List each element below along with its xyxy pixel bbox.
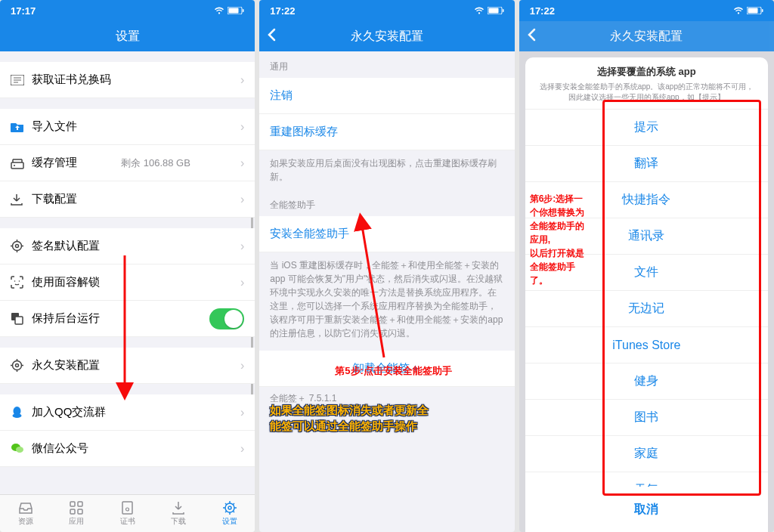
row-label: 导入文件	[32, 119, 77, 134]
wechat-icon	[11, 443, 32, 454]
step6-annotation: 第6步:选择一个你想替换为全能签助手的应用, 以后打开就是全能签助手了。	[530, 192, 590, 287]
svg-rect-28	[488, 8, 498, 13]
download-icon	[11, 193, 32, 206]
chevron-right-icon: ›	[240, 120, 244, 134]
row-label: 注销	[270, 88, 293, 103]
row-rebuild-cache[interactable]: 重建图标缓存	[259, 114, 514, 150]
row-logout[interactable]: 注销	[259, 78, 514, 114]
chevron-right-icon: ›	[240, 193, 244, 206]
toggle-on[interactable]	[209, 308, 244, 329]
svg-point-15	[13, 413, 22, 418]
svg-rect-20	[78, 502, 82, 506]
tab-settings[interactable]: 设置	[204, 495, 255, 532]
section-header: 全能签助手	[259, 190, 514, 216]
row-label: 安装全能签助手	[270, 227, 349, 241]
svg-rect-4	[11, 162, 23, 169]
chevron-right-icon: ›	[240, 240, 244, 253]
row-download[interactable]: 下载配置 ›	[0, 181, 255, 218]
row-label: 加入QQ交流群	[32, 405, 106, 419]
tab-label: 下载	[171, 516, 186, 527]
gear-icon	[11, 359, 32, 372]
tab-download[interactable]: 下载	[153, 495, 203, 532]
tab-resource[interactable]: 资源	[0, 495, 51, 532]
svg-rect-11	[15, 317, 23, 324]
ticket-icon	[11, 75, 32, 85]
tray-icon	[18, 501, 33, 515]
qq-icon	[11, 406, 32, 419]
svg-point-8	[14, 280, 16, 282]
screen-choose-app: 17:22 永久安装配置 选择要覆盖的系统 app 选择要安装全能签助手的系统a…	[519, 0, 774, 532]
row-label: 微信公众号	[32, 441, 88, 456]
svg-rect-21	[70, 509, 75, 514]
tab-label: 应用	[69, 516, 84, 527]
chevron-right-icon: ›	[240, 406, 244, 419]
svg-rect-19	[70, 502, 75, 506]
row-label: 下载配置	[32, 192, 77, 206]
row-label: 永久安装配置	[32, 358, 100, 373]
tab-cert[interactable]: 证书	[102, 495, 153, 532]
tab-bar: 资源 应用 证书 下载 设置	[0, 494, 255, 532]
annotation-arrow	[113, 255, 144, 407]
tab-apps[interactable]: 应用	[51, 495, 101, 532]
screen-perm-install: 17:22 永久安装配置 通用 注销 重建图标缓存 如果安装应用后桌面没有出现图…	[259, 0, 514, 532]
wifi-icon	[733, 5, 744, 17]
row-label: 保持后台运行	[32, 311, 100, 326]
chevron-right-icon: ›	[240, 442, 244, 456]
svg-point-24	[126, 508, 129, 511]
status-bar: 17:22	[259, 0, 514, 21]
gear-icon	[223, 501, 237, 515]
annotation-arrow	[358, 218, 403, 361]
row-import[interactable]: 导入文件 ›	[0, 109, 255, 145]
chevron-right-icon: ›	[240, 156, 244, 170]
row-label: 获取证书兑换码	[32, 73, 111, 87]
svg-point-5	[14, 165, 15, 166]
chevron-right-icon: ›	[240, 276, 244, 289]
svg-rect-33	[762, 9, 763, 12]
screen-settings: 17:17 设置 获取证书兑换码 ›	[0, 0, 255, 532]
battery-icon	[488, 5, 504, 17]
row-label: 使用面容解锁	[32, 275, 100, 289]
cancel-label: 取消	[634, 502, 658, 518]
row-wechat[interactable]: 微信公众号 ›	[0, 431, 255, 467]
row-cache[interactable]: 缓存管理 剩余 106.88 GB ›	[0, 145, 255, 181]
tab-label: 设置	[222, 516, 237, 527]
cache-value: 剩余 106.88 GB	[121, 156, 190, 170]
wifi-icon	[214, 5, 224, 17]
svg-point-17	[16, 447, 23, 453]
page-title: 永久安装配置	[351, 29, 423, 45]
chevron-right-icon: ›	[240, 73, 244, 87]
navbar: 永久安装配置	[519, 21, 774, 51]
tab-label: 证书	[120, 516, 135, 527]
back-icon[interactable]	[527, 28, 536, 45]
battery-icon	[228, 5, 244, 17]
svg-point-12	[13, 361, 22, 370]
page-title: 设置	[116, 29, 140, 45]
navbar: 设置	[0, 21, 255, 51]
highlight-box	[602, 100, 761, 496]
svg-rect-22	[78, 509, 82, 514]
status-bar: 17:22	[519, 0, 774, 21]
download-icon	[172, 501, 184, 515]
gear-icon	[11, 240, 32, 252]
svg-point-9	[19, 280, 20, 282]
background-icon	[11, 312, 32, 325]
cancel-button[interactable]: 取消	[531, 493, 762, 526]
row-exchange-code[interactable]: 获取证书兑换码 ›	[0, 62, 255, 98]
overlay-tip: 如果全能签图标消失或者更新全 能签可以通过全能签助手操作	[270, 402, 503, 434]
status-indicators	[214, 5, 244, 17]
svg-rect-1	[229, 8, 239, 13]
sheet-title: 选择要覆盖的系统 app	[537, 65, 756, 79]
status-indicators	[474, 5, 504, 17]
step5-annotation: 第5步:点击安装全能签助手	[335, 364, 452, 378]
svg-point-7	[16, 245, 19, 248]
cert-icon	[121, 501, 134, 515]
wifi-icon	[474, 5, 485, 17]
svg-point-26	[228, 506, 231, 509]
tab-label: 资源	[18, 516, 33, 527]
svg-rect-32	[748, 8, 757, 13]
status-time: 17:22	[270, 5, 295, 17]
folder-icon	[11, 122, 32, 132]
status-bar: 17:17	[0, 0, 255, 21]
back-icon[interactable]	[267, 28, 276, 45]
face-id-icon	[11, 276, 32, 289]
